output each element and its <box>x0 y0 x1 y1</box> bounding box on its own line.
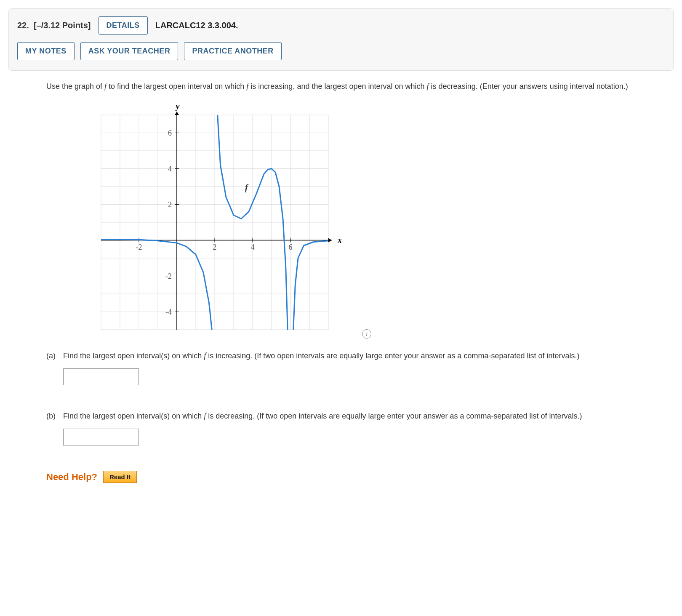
ask-teacher-button[interactable]: ASK YOUR TEACHER <box>80 42 178 60</box>
part-b-input[interactable] <box>63 429 139 445</box>
function-graph: -2246642-2-4yxf <box>88 102 349 338</box>
question-body: Use the graph of f to find the largest o… <box>8 73 674 483</box>
svg-text:2: 2 <box>213 243 217 251</box>
part-b-label: (b) <box>46 411 56 445</box>
practice-another-button[interactable]: PRACTICE ANOTHER <box>184 42 281 60</box>
part-b-text: Find the largest open interval(s) on whi… <box>63 411 648 422</box>
svg-text:2: 2 <box>168 200 172 209</box>
svg-marker-28 <box>328 238 332 243</box>
source-label: LARCALC12 3.3.004. <box>155 21 238 30</box>
read-it-button[interactable]: Read It <box>103 471 137 483</box>
svg-text:-2: -2 <box>165 272 172 280</box>
part-a-label: (a) <box>46 350 56 385</box>
question-number: 22. [–/3.12 Points] <box>17 21 91 30</box>
action-row: MY NOTES ASK YOUR TEACHER PRACTICE ANOTH… <box>17 42 665 60</box>
info-icon[interactable]: i <box>362 329 371 339</box>
svg-text:-2: -2 <box>136 243 142 251</box>
question-prompt: Use the graph of f to find the largest o… <box>46 81 648 92</box>
svg-text:-4: -4 <box>165 308 172 316</box>
part-a: (a) Find the largest open interval(s) on… <box>46 350 648 385</box>
svg-text:6: 6 <box>289 243 293 251</box>
question-header-card: 22. [–/3.12 Points] DETAILS LARCALC12 3.… <box>8 8 674 71</box>
need-help-label: Need Help? <box>46 472 97 483</box>
part-b: (b) Find the largest open interval(s) on… <box>46 411 648 445</box>
svg-text:f: f <box>245 183 249 192</box>
svg-text:y: y <box>175 102 180 111</box>
svg-text:4: 4 <box>251 243 255 251</box>
details-button[interactable]: DETAILS <box>99 16 148 35</box>
svg-text:4: 4 <box>168 165 172 173</box>
graph-container: -2246642-2-4yxf i <box>88 102 358 340</box>
top-row: 22. [–/3.12 Points] DETAILS LARCALC12 3.… <box>17 16 665 35</box>
svg-text:x: x <box>337 235 342 245</box>
my-notes-button[interactable]: MY NOTES <box>17 42 75 60</box>
part-a-input[interactable] <box>63 368 139 385</box>
svg-text:6: 6 <box>168 129 172 137</box>
help-row: Need Help? Read It <box>46 471 648 483</box>
part-a-text: Find the largest open interval(s) on whi… <box>63 350 648 362</box>
svg-marker-29 <box>175 112 179 115</box>
